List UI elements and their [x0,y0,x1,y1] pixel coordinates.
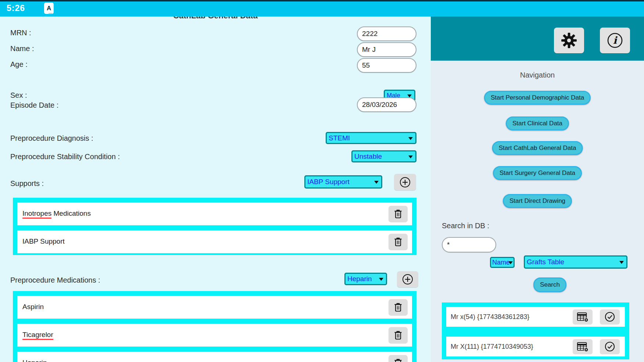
open-record-table-button[interactable] [573,309,593,324]
start-direct-drawing-button[interactable]: Start Direct Drawing [503,194,572,208]
select-record-button[interactable] [600,309,620,324]
mrn-input[interactable] [357,26,416,41]
chevron-down-icon [374,181,379,184]
navigation-panel: i Navigation Start Personal Demographic … [431,17,644,362]
select-record-button[interactable] [600,339,620,354]
delete-support-button[interactable] [389,206,408,222]
gear-icon [561,32,577,49]
search-results-list: Mr x(54) {1774384361283} [442,302,629,359]
check-circle-icon [604,341,615,352]
preprocedure-stability-select[interactable]: Unstable [351,150,416,162]
search-result-row: Mr X(111) {1774710349053} [446,337,625,356]
medication-item-text: Heparin [22,359,47,362]
mrn-label: MRN : [10,29,31,37]
list-item: Heparin [17,352,412,362]
trash-icon [393,330,403,341]
screen-top-edge [0,0,644,1]
preprocedure-diagnosis-select[interactable]: STEMI [326,132,416,144]
add-medication-button[interactable] [397,271,418,287]
preprocedure-diagnosis-label: Preprocedure Diagnosis : [10,134,93,143]
navigation-heading: Navigation [431,71,644,79]
db-search-input[interactable] [442,237,496,252]
chevron-down-icon [407,94,412,97]
result-text: Mr X(111) {1774710349053} [446,337,625,356]
settings-button[interactable] [554,28,584,53]
supports-list: Inotropes Medications IABP Support [13,198,416,255]
episode-date-input[interactable] [357,97,416,112]
search-table-select[interactable]: Grafts Table [524,255,627,269]
list-item: Ticagrelor [17,324,412,347]
search-button[interactable]: Search [533,277,566,292]
chevron-down-icon [408,155,413,158]
start-surgery-general-data-button[interactable]: Start Surgery General Data [493,166,582,180]
delete-support-button[interactable] [389,234,408,250]
list-item: Aspirin [17,296,412,319]
age-label: Age : [10,60,28,69]
table-remove-icon [577,342,588,352]
right-panel-header: i [431,17,644,61]
list-item: IABP Support [17,230,412,253]
chevron-down-icon [619,261,624,264]
search-result-row: Mr x(54) {1774384361283} [446,307,625,327]
open-record-table-button[interactable] [573,339,593,354]
trash-icon [393,236,403,247]
list-item: Inotropes Medications [17,202,412,225]
status-time: 5:26 [7,3,25,13]
sex-label: Sex : [10,91,27,100]
cathlab-form-panel: MRN : Name : Age : Sex : Male Episode Da… [0,17,431,362]
preprocedure-medications-label: Preprocedure Medications : [10,276,100,284]
start-personal-demographic-data-button[interactable]: Start Personal Demographic Data [484,91,591,105]
app-icon-dots: ... [49,11,53,14]
add-support-button[interactable] [394,174,416,190]
delete-medication-button[interactable] [389,327,408,343]
support-item-text: Inotropes [22,209,51,219]
age-input[interactable] [357,58,416,73]
name-label: Name : [10,44,34,53]
preprocedure-stability-label: Preprocedure Stability Condition : [10,153,120,161]
chevron-down-icon [408,137,413,140]
info-icon: i [606,32,624,49]
start-cathlab-general-data-button[interactable]: Start CathLab General Data [492,141,583,155]
plus-circle-icon [399,176,411,189]
chevron-down-icon [379,278,383,281]
delete-medication-button[interactable] [389,299,408,315]
notification-app-icon: A ... [44,3,54,14]
preprocedure-medications-select[interactable]: Heparin [344,273,387,285]
chevron-down-icon [508,261,513,264]
episode-date-label: Episode Date : [10,101,58,110]
table-remove-icon [577,312,588,322]
trash-icon [393,302,403,313]
trash-icon [393,208,403,219]
trash-icon [393,358,403,362]
supports-label: Supports : [10,179,44,188]
plus-circle-icon [401,273,414,286]
name-input[interactable] [357,42,416,57]
status-bar: 5:26 A ... [0,0,644,17]
result-text: Mr x(54) {1774384361283} [446,307,625,327]
app-screen: 5:26 A ... CathLab General Data MRN : Na… [0,0,644,362]
medications-list: Aspirin Ticagrelor [13,291,416,362]
check-circle-icon [604,311,615,322]
medication-item-text: Aspirin [22,303,44,311]
supports-select[interactable]: IABP Support [304,175,382,189]
delete-medication-button[interactable] [389,355,408,362]
medication-item-text: Ticagrelor [22,331,53,340]
start-clinical-data-button[interactable]: Start Clinical Data [506,117,569,130]
info-button[interactable]: i [600,28,630,53]
search-field-select[interactable]: Name [490,257,515,268]
search-in-db-label: Search in DB : [442,222,489,230]
svg-text:i: i [613,35,618,46]
